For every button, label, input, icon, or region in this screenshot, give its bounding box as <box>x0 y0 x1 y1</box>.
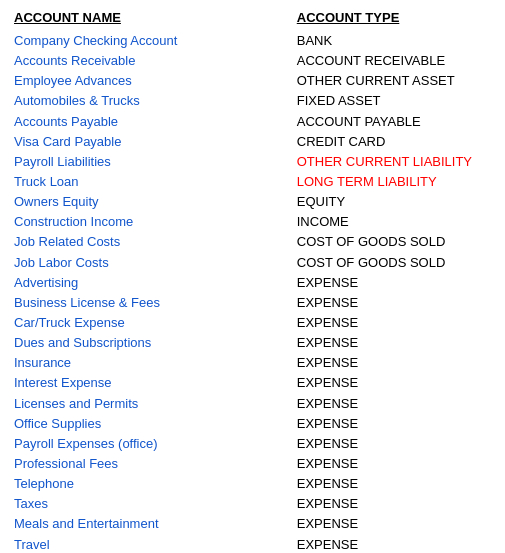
account-name-cell[interactable]: Advertising <box>10 273 277 293</box>
account-name-cell[interactable]: Employee Advances <box>10 71 277 91</box>
table-row: TravelEXPENSE <box>10 535 495 553</box>
account-name-cell[interactable]: Job Labor Costs <box>10 253 277 273</box>
table-row: InsuranceEXPENSE <box>10 353 495 373</box>
account-name-cell[interactable]: Dues and Subscriptions <box>10 333 277 353</box>
account-type-cell: EXPENSE <box>277 535 495 553</box>
account-type-cell: EXPENSE <box>277 394 495 414</box>
table-row: Accounts ReceivableACCOUNT RECEIVABLE <box>10 51 495 71</box>
account-type-cell: CREDIT CARD <box>277 132 495 152</box>
table-row: TelephoneEXPENSE <box>10 474 495 494</box>
account-type-cell: EXPENSE <box>277 514 495 534</box>
account-type-cell: EXPENSE <box>277 454 495 474</box>
account-name-cell[interactable]: Office Supplies <box>10 414 277 434</box>
table-row: Company Checking AccountBANK <box>10 31 495 51</box>
account-type-cell: BANK <box>277 31 495 51</box>
account-type-cell: EXPENSE <box>277 414 495 434</box>
account-type-cell: COST OF GOODS SOLD <box>277 232 495 252</box>
account-name-cell[interactable]: Job Related Costs <box>10 232 277 252</box>
account-type-cell: COST OF GOODS SOLD <box>277 253 495 273</box>
account-name-cell[interactable]: Interest Expense <box>10 373 277 393</box>
account-type-cell: EXPENSE <box>277 333 495 353</box>
account-name-cell[interactable]: Telephone <box>10 474 277 494</box>
account-name-cell[interactable]: Licenses and Permits <box>10 394 277 414</box>
account-type-cell: EXPENSE <box>277 474 495 494</box>
account-name-cell[interactable]: Automobiles & Trucks <box>10 91 277 111</box>
table-row: Employee AdvancesOTHER CURRENT ASSET <box>10 71 495 91</box>
account-name-cell[interactable]: Company Checking Account <box>10 31 277 51</box>
table-row: Interest ExpenseEXPENSE <box>10 373 495 393</box>
table-row: Construction IncomeINCOME <box>10 212 495 232</box>
account-name-cell[interactable]: Professional Fees <box>10 454 277 474</box>
account-type-cell: ACCOUNT RECEIVABLE <box>277 51 495 71</box>
account-type-cell: EQUITY <box>277 192 495 212</box>
table-row: Job Related CostsCOST OF GOODS SOLD <box>10 232 495 252</box>
account-type-cell: EXPENSE <box>277 273 495 293</box>
table-body: Company Checking AccountBANKAccounts Rec… <box>10 31 495 553</box>
table-row: Job Labor CostsCOST OF GOODS SOLD <box>10 253 495 273</box>
account-type-cell: ACCOUNT PAYABLE <box>277 112 495 132</box>
table-row: Licenses and PermitsEXPENSE <box>10 394 495 414</box>
account-type-cell: FIXED ASSET <box>277 91 495 111</box>
account-name-cell[interactable]: Payroll Liabilities <box>10 152 277 172</box>
account-type-cell: LONG TERM LIABILITY <box>277 172 495 192</box>
table-row: Dues and SubscriptionsEXPENSE <box>10 333 495 353</box>
account-name-cell[interactable]: Business License & Fees <box>10 293 277 313</box>
table-row: Truck LoanLONG TERM LIABILITY <box>10 172 495 192</box>
account-name-cell[interactable]: Travel <box>10 535 277 553</box>
account-type-cell: EXPENSE <box>277 293 495 313</box>
table-row: Visa Card PayableCREDIT CARD <box>10 132 495 152</box>
account-name-cell[interactable]: Car/Truck Expense <box>10 313 277 333</box>
table-row: Car/Truck ExpenseEXPENSE <box>10 313 495 333</box>
account-type-cell: OTHER CURRENT ASSET <box>277 71 495 91</box>
table-row: Accounts PayableACCOUNT PAYABLE <box>10 112 495 132</box>
table-row: Professional FeesEXPENSE <box>10 454 495 474</box>
account-type-cell: EXPENSE <box>277 434 495 454</box>
account-name-cell[interactable]: Taxes <box>10 494 277 514</box>
account-name-cell[interactable]: Payroll Expenses (office) <box>10 434 277 454</box>
account-name-cell[interactable]: Construction Income <box>10 212 277 232</box>
account-name-cell[interactable]: Accounts Receivable <box>10 51 277 71</box>
table-row: Payroll Expenses (office)EXPENSE <box>10 434 495 454</box>
account-type-cell: EXPENSE <box>277 353 495 373</box>
table-row: Meals and EntertainmentEXPENSE <box>10 514 495 534</box>
table-row: Payroll LiabilitiesOTHER CURRENT LIABILI… <box>10 152 495 172</box>
account-name-cell[interactable]: Accounts Payable <box>10 112 277 132</box>
account-type-cell: EXPENSE <box>277 494 495 514</box>
table-row: Owners EquityEQUITY <box>10 192 495 212</box>
account-name-cell[interactable]: Meals and Entertainment <box>10 514 277 534</box>
table-row: Office SuppliesEXPENSE <box>10 414 495 434</box>
table-row: Automobiles & TrucksFIXED ASSET <box>10 91 495 111</box>
account-type-cell: OTHER CURRENT LIABILITY <box>277 152 495 172</box>
account-name-cell[interactable]: Insurance <box>10 353 277 373</box>
account-type-cell: EXPENSE <box>277 373 495 393</box>
account-type-cell: EXPENSE <box>277 313 495 333</box>
account-name-header: ACCOUNT NAME <box>10 10 277 25</box>
table-row: TaxesEXPENSE <box>10 494 495 514</box>
table-header: ACCOUNT NAME ACCOUNT TYPE <box>10 10 495 25</box>
account-name-cell[interactable]: Owners Equity <box>10 192 277 212</box>
accounts-table: ACCOUNT NAME ACCOUNT TYPE Company Checki… <box>10 10 495 553</box>
account-type-header: ACCOUNT TYPE <box>277 10 495 25</box>
account-name-cell[interactable]: Visa Card Payable <box>10 132 277 152</box>
account-name-cell[interactable]: Truck Loan <box>10 172 277 192</box>
account-type-cell: INCOME <box>277 212 495 232</box>
table-row: AdvertisingEXPENSE <box>10 273 495 293</box>
table-row: Business License & FeesEXPENSE <box>10 293 495 313</box>
